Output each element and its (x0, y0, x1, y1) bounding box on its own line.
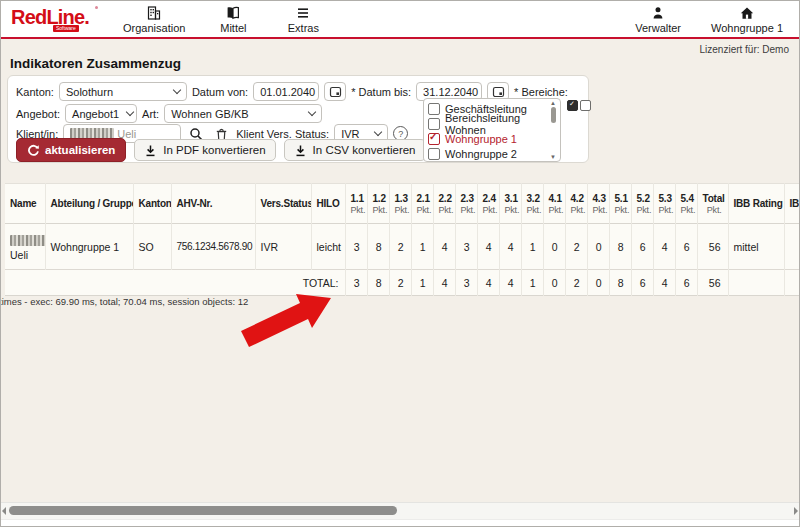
listbox-scrollbar[interactable]: ▲ ▼ (547, 100, 559, 160)
point-unit: Pkt. (351, 205, 361, 215)
total-point-cell: 2 (565, 270, 587, 296)
point-cell: 4 (477, 224, 499, 270)
redline-logo[interactable]: RedLine. Software (11, 4, 103, 34)
redacted-name-blob (10, 235, 45, 246)
total-point-cell: 0 (587, 270, 609, 296)
scroll-down-icon[interactable]: ▼ (550, 154, 556, 160)
point-number: 5.3 (659, 193, 669, 204)
bereiche-listbox: GeschäftsleitungBereichsleitung WohnenWo… (423, 98, 561, 162)
point-cell: 0 (543, 224, 565, 270)
menu-label: Organisation (123, 22, 185, 34)
bereich-option[interactable] (428, 161, 546, 162)
menu-item-mittel[interactable]: Mittel (211, 5, 255, 34)
page-title: Indikatoren Zusammenzug (10, 56, 181, 71)
logo-subtitle: Software (53, 25, 79, 32)
menu-item-verwalter[interactable]: Verwalter (635, 5, 681, 34)
point-column-header: 4.1Pkt. (543, 184, 565, 224)
bereich-option[interactable]: Wohngruppe 2 (428, 146, 546, 161)
point-number: 2.4 (483, 193, 493, 204)
point-number: 4.2 (571, 193, 581, 204)
bereich-option[interactable]: Bereichsleitung Wohnen (428, 116, 546, 131)
point-unit: Pkt. (439, 205, 449, 215)
point-number: 2.1 (417, 193, 427, 204)
point-column-header: 5.1Pkt. (609, 184, 631, 224)
point-unit: Pkt. (681, 205, 691, 215)
column-header: Kanton (133, 184, 171, 224)
license-text: Lizenziert für: Demo (700, 44, 790, 55)
menu-label: Wohngruppe 1 (711, 22, 783, 34)
point-unit: Pkt. (505, 205, 515, 215)
scrollbar-thumb[interactable] (9, 506, 397, 515)
menu-item-wohngruppe[interactable]: Wohngruppe 1 (711, 5, 783, 34)
point-number: 4.1 (549, 193, 559, 204)
select-none-checkbox[interactable] (580, 100, 591, 111)
scrollbar-thumb[interactable] (551, 107, 556, 123)
point-column-header: 3.1Pkt. (499, 184, 521, 224)
total-point-cell: 8 (367, 270, 389, 296)
button-label: aktualisieren (45, 144, 115, 156)
kanton-label: Kanton: (16, 86, 54, 98)
total-point-cell: 6 (675, 270, 697, 296)
datum-bis-label: * Datum bis: (351, 86, 411, 98)
footer-strip (1, 520, 799, 526)
aktualisieren-button[interactable]: aktualisieren (16, 138, 126, 162)
chevron-down-icon (173, 86, 181, 94)
point-cell: 1 (411, 224, 433, 270)
csv-export-button[interactable]: In CSV konvertieren (284, 139, 426, 161)
calendar-icon (492, 85, 505, 98)
kanton-value: Solothurn (66, 86, 113, 98)
kanton-select[interactable]: Solothurn (59, 82, 187, 101)
point-unit: Pkt. (703, 205, 722, 215)
datum-von-calendar-button[interactable] (324, 82, 346, 101)
app-window: RedLine. Software Organisation (0, 0, 800, 527)
scroll-up-icon[interactable]: ▲ (550, 100, 556, 106)
point-number: 1.1 (351, 193, 361, 204)
point-number: 3.2 (527, 193, 537, 204)
checkbox[interactable] (428, 118, 440, 130)
checkbox[interactable] (428, 103, 440, 115)
menu-item-organisation[interactable]: Organisation (123, 5, 185, 34)
column-header: HILO (311, 184, 345, 224)
point-cell: 4 (499, 224, 521, 270)
button-label: In PDF konvertieren (163, 144, 265, 156)
main-menu: Organisation Mittel Extras (123, 5, 325, 34)
checkbox[interactable] (428, 133, 440, 145)
person-icon (650, 5, 666, 21)
total-point-cell: 3 (345, 270, 367, 296)
menu-icon (295, 5, 311, 21)
menu-item-extras[interactable]: Extras (281, 5, 325, 34)
point-unit: Pkt. (637, 205, 647, 215)
select-all-checkbox[interactable] (567, 100, 578, 111)
name-cell: Ueli (5, 224, 45, 270)
filter-row-2: Angebot: Angebot1 Art: Wohnen GB/KB (16, 104, 322, 123)
scroll-right-icon[interactable] (794, 507, 798, 515)
scroll-left-icon[interactable] (2, 507, 6, 515)
angebot-select[interactable]: Angebot1 (65, 104, 137, 123)
total-point-cell: 3 (455, 270, 477, 296)
point-unit: Pkt. (549, 205, 559, 215)
total-point-cell: 4 (477, 270, 499, 296)
point-unit: Pkt. (571, 205, 581, 215)
total-point-cell: 1 (521, 270, 543, 296)
pdf-export-button[interactable]: In PDF konvertieren (134, 139, 275, 161)
total-point-cell: 2 (389, 270, 411, 296)
column-header: Abteilung / Gruppe (45, 184, 133, 224)
chevron-down-icon (374, 128, 382, 136)
point-number: 2.2 (439, 193, 449, 204)
art-select[interactable]: Wohnen GB/KB (164, 104, 322, 123)
bereiche-options: GeschäftsleitungBereichsleitung WohnenWo… (428, 101, 546, 162)
datum-von-input[interactable]: 01.01.2040 (253, 82, 319, 101)
checkbox[interactable] (428, 148, 440, 160)
top-navigation-bar: RedLine. Software Organisation (1, 1, 799, 37)
point-unit: Pkt. (483, 205, 493, 215)
bereich-option-label: Wohngruppe 2 (445, 148, 517, 160)
horizontal-scrollbar[interactable] (1, 502, 799, 520)
point-number: 1.2 (373, 193, 383, 204)
registered-mark-icon (95, 6, 98, 9)
download-icon (144, 144, 157, 157)
column-header: Name (5, 184, 45, 224)
point-cell: 0 (587, 224, 609, 270)
point-unit: Pkt. (659, 205, 669, 215)
point-column-header: 2.2Pkt. (433, 184, 455, 224)
total-point-cell: 6 (631, 270, 653, 296)
